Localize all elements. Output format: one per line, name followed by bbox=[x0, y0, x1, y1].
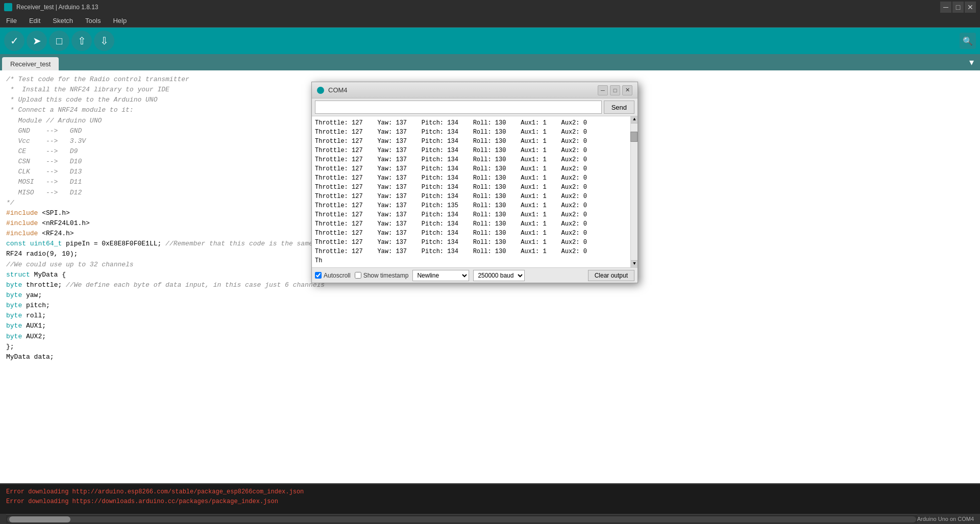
tab-receiver-test[interactable]: Receiver_test bbox=[2, 57, 59, 70]
board-status: Arduino Uno on COM4 bbox=[917, 516, 974, 522]
timestamp-checkbox[interactable] bbox=[355, 272, 361, 279]
serial-monitor-statusbar: Autoscroll Show timestamp No line ending… bbox=[312, 267, 638, 283]
tabbar: Receiver_test ▾ bbox=[0, 54, 980, 70]
error-line-2: Error downloading https://downloads.ardu… bbox=[6, 497, 974, 507]
serial-output-line: Throttle: 127 Yaw: 137 Pitch: 134 Roll: … bbox=[315, 173, 634, 183]
scrollbar-track[interactable] bbox=[7, 516, 916, 522]
serial-output-line: Throttle: 127 Yaw: 137 Pitch: 134 Roll: … bbox=[315, 219, 634, 229]
serial-output-line: Throttle: 127 Yaw: 137 Pitch: 134 Roll: … bbox=[315, 128, 634, 137]
titlebar-controls: ─ □ ✕ bbox=[940, 2, 976, 13]
serial-output-line: Throttle: 127 Yaw: 137 Pitch: 134 Roll: … bbox=[315, 247, 634, 256]
serial-monitor-output: Throttle: 127 Yaw: 137 Pitch: 134 Roll: … bbox=[312, 116, 638, 267]
autoscroll-label[interactable]: Autoscroll bbox=[315, 272, 351, 279]
serial-output-line: Throttle: 127 Yaw: 137 Pitch: 134 Roll: … bbox=[315, 238, 634, 247]
code-line: byte AUX2; bbox=[6, 332, 974, 342]
tab-dropdown-button[interactable]: ▾ bbox=[965, 54, 978, 70]
code-line: byte roll; bbox=[6, 311, 974, 321]
autoscroll-checkbox[interactable] bbox=[315, 272, 322, 279]
serial-monitor-icon bbox=[317, 87, 324, 94]
menu-sketch[interactable]: Sketch bbox=[46, 14, 79, 27]
serial-monitor-send-button[interactable]: Send bbox=[604, 101, 634, 114]
code-line: byte AUX1; bbox=[6, 321, 974, 331]
menubar: File Edit Sketch Tools Help bbox=[0, 14, 980, 28]
serial-output-line: Throttle: 127 Yaw: 137 Pitch: 134 Roll: … bbox=[315, 229, 634, 238]
toolbar-buttons: ✓ ➤ □ ⇧ ⇩ bbox=[4, 31, 114, 51]
timestamp-text: Show timestamp bbox=[363, 272, 409, 279]
scrollbar-thumb[interactable] bbox=[9, 516, 70, 522]
serial-partial-line: Th bbox=[315, 256, 634, 265]
serial-output-line: Throttle: 127 Yaw: 137 Pitch: 134 Roll: … bbox=[315, 192, 634, 201]
code-line: byte pitch; bbox=[6, 301, 974, 311]
serial-output-line: Throttle: 127 Yaw: 137 Pitch: 134 Roll: … bbox=[315, 146, 634, 155]
baud-rate-select[interactable]: 9600 baud 115200 baud 250000 baud bbox=[473, 270, 525, 281]
arduino-icon bbox=[4, 3, 12, 11]
scroll-down-button[interactable]: ▼ bbox=[631, 260, 638, 267]
serial-output-line: Throttle: 127 Yaw: 137 Pitch: 134 Roll: … bbox=[315, 164, 634, 173]
serial-monitor-input-bar: Send bbox=[312, 98, 638, 116]
serial-output-line: Throttle: 127 Yaw: 137 Pitch: 134 Roll: … bbox=[315, 118, 634, 128]
code-line: MyData data; bbox=[6, 352, 974, 362]
serial-monitor-title: COM4 bbox=[328, 86, 598, 94]
window-title: Receiver_test | Arduino 1.8.13 bbox=[16, 4, 99, 11]
toolbar: ✓ ➤ □ ⇧ ⇩ 🔍 bbox=[0, 28, 980, 54]
maximize-button[interactable]: □ bbox=[952, 2, 964, 13]
serial-output-line: Throttle: 127 Yaw: 137 Pitch: 134 Roll: … bbox=[315, 210, 634, 219]
serial-output-line: Throttle: 127 Yaw: 137 Pitch: 134 Roll: … bbox=[315, 137, 634, 146]
menu-edit[interactable]: Edit bbox=[23, 14, 46, 27]
clear-output-button[interactable]: Clear output bbox=[588, 270, 634, 281]
error-console: Error downloading http://arduino.esp8266… bbox=[0, 483, 980, 514]
code-line: byte yaw; bbox=[6, 290, 974, 301]
serial-output-line: Throttle: 127 Yaw: 137 Pitch: 135 Roll: … bbox=[315, 201, 634, 210]
serial-monitor-button[interactable]: 🔍 bbox=[960, 33, 976, 49]
serial-monitor-input[interactable] bbox=[315, 101, 602, 114]
serial-monitor-maximize[interactable]: □ bbox=[610, 85, 620, 95]
menu-help[interactable]: Help bbox=[107, 14, 133, 27]
code-line: }; bbox=[6, 342, 974, 352]
serial-monitor-scrollbar: ▲ ▼ bbox=[630, 116, 638, 267]
autoscroll-text: Autoscroll bbox=[324, 272, 351, 279]
error-line-1: Error downloading http://arduino.esp8266… bbox=[6, 487, 974, 497]
upload-button[interactable]: ➤ bbox=[27, 31, 47, 51]
open-button[interactable]: ⇧ bbox=[71, 31, 92, 51]
scroll-up-button[interactable]: ▲ bbox=[631, 116, 638, 123]
serial-output-lines: Throttle: 127 Yaw: 137 Pitch: 134 Roll: … bbox=[315, 118, 634, 256]
titlebar: Receiver_test | Arduino 1.8.13 ─ □ ✕ bbox=[0, 0, 980, 14]
titlebar-left: Receiver_test | Arduino 1.8.13 bbox=[4, 3, 99, 11]
minimize-button[interactable]: ─ bbox=[940, 2, 951, 13]
verify-button[interactable]: ✓ bbox=[4, 31, 24, 51]
close-button[interactable]: ✕ bbox=[965, 2, 976, 13]
serial-monitor-minimize[interactable]: ─ bbox=[598, 85, 608, 95]
menu-file[interactable]: File bbox=[0, 14, 23, 27]
serial-monitor-close[interactable]: ✕ bbox=[622, 85, 632, 95]
serial-monitor-window: COM4 ─ □ ✕ Send Throttle: 127 Yaw: 137 P… bbox=[311, 82, 638, 283]
serial-monitor-titlebar: COM4 ─ □ ✕ bbox=[312, 82, 638, 98]
serial-monitor-window-controls: ─ □ ✕ bbox=[598, 85, 632, 95]
new-button[interactable]: □ bbox=[49, 31, 69, 51]
scroll-container bbox=[6, 514, 917, 523]
scroll-thumb[interactable] bbox=[630, 132, 638, 142]
newline-select[interactable]: No line ending Newline Carriage return B… bbox=[412, 270, 469, 281]
menu-tools[interactable]: Tools bbox=[79, 14, 107, 27]
save-button[interactable]: ⇩ bbox=[94, 31, 114, 51]
serial-output-line: Throttle: 127 Yaw: 137 Pitch: 134 Roll: … bbox=[315, 155, 634, 164]
timestamp-label[interactable]: Show timestamp bbox=[355, 272, 409, 279]
serial-output-line: Throttle: 127 Yaw: 137 Pitch: 134 Roll: … bbox=[315, 183, 634, 192]
status-bar: Arduino Uno on COM4 bbox=[0, 514, 980, 524]
